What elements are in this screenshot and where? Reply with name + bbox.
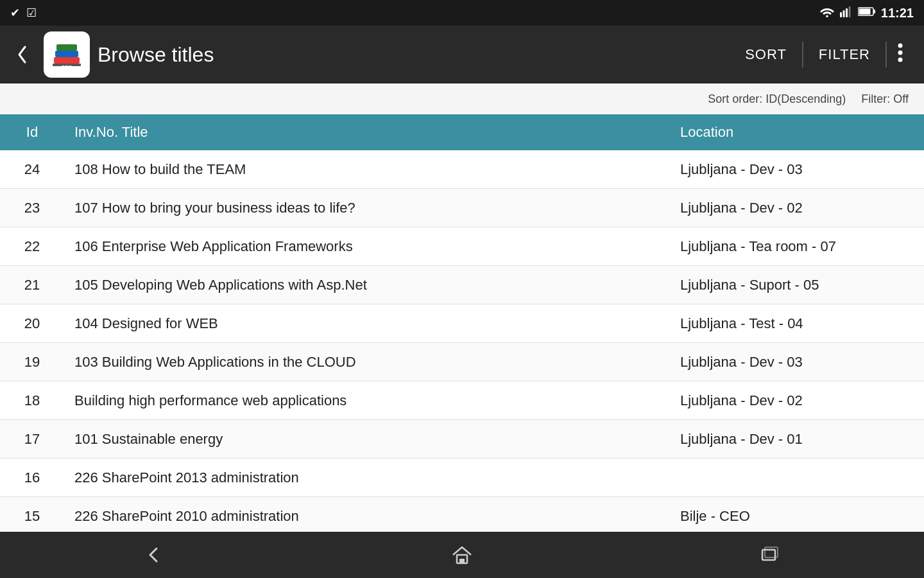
row-id: 16 <box>0 469 64 486</box>
row-id: 22 <box>0 238 64 255</box>
signal-icon <box>840 6 853 21</box>
row-title: 105 Developing Web Applications with Asp… <box>64 277 680 293</box>
back-nav-button[interactable] <box>122 536 186 574</box>
row-id: 24 <box>0 161 64 178</box>
row-title: 226 SharePoint 2013 administration <box>64 469 680 486</box>
time-display: 11:21 <box>881 6 914 21</box>
row-title: Building high performance web applicatio… <box>64 392 680 409</box>
row-location: Ljubljana - Suport - 05 <box>680 277 924 293</box>
filter-button[interactable]: FILTER <box>803 39 886 71</box>
check-circle-icon: ✔ <box>10 6 20 20</box>
status-bar: ✔ ☑ 11:21 <box>0 0 924 26</box>
row-id: 19 <box>0 354 64 371</box>
svg-rect-7 <box>54 57 80 64</box>
sort-button[interactable]: SORT <box>730 39 802 71</box>
table-row[interactable]: 23107 How to bring your business ideas t… <box>0 189 924 227</box>
row-title: 226 SharePoint 2010 administration <box>64 508 680 525</box>
table-row[interactable]: 20104 Designed for WEBLjubljana - Test -… <box>0 304 924 343</box>
overflow-menu-button[interactable] <box>887 33 914 76</box>
row-title: 106 Enterprise Web Application Framework… <box>64 238 680 255</box>
bottom-nav <box>0 532 924 578</box>
recents-nav-button[interactable] <box>738 536 802 574</box>
row-id: 17 <box>0 431 64 448</box>
row-title: 104 Designed for WEB <box>64 315 680 332</box>
svg-rect-6 <box>873 10 875 13</box>
svg-rect-3 <box>848 6 850 17</box>
svg-text:SEG: SEG <box>62 64 73 70</box>
table-content: 24108 How to build the TEAMLjubljana - D… <box>0 150 924 578</box>
svg-rect-9 <box>56 44 77 51</box>
status-bar-right: 11:21 <box>819 6 914 21</box>
row-location: Ljubljana - Tea room - 07 <box>680 238 924 255</box>
wifi-icon <box>819 6 835 21</box>
sort-info: Sort order: ID(Descending) <box>708 92 846 106</box>
svg-point-12 <box>898 43 903 48</box>
svg-point-14 <box>898 57 903 62</box>
table-row[interactable]: 15226 SharePoint 2010 administrationBilj… <box>0 497 924 536</box>
app-bar: SEG Browse titles SORT FILTER <box>0 26 924 83</box>
row-title: 103 Building Web Applications in the CLO… <box>64 354 680 371</box>
row-id: 23 <box>0 200 64 216</box>
svg-rect-5 <box>859 8 870 14</box>
row-title: 108 How to build the TEAM <box>64 161 680 178</box>
table-header: Id Inv.No. Title Location <box>0 114 924 150</box>
svg-rect-1 <box>843 10 844 17</box>
row-location: Ljubljana - Dev - 02 <box>680 200 924 216</box>
row-location: Ljubljana - Dev - 01 <box>680 431 924 448</box>
row-location: Ljubljana - Test - 04 <box>680 315 924 332</box>
svg-rect-0 <box>840 12 842 17</box>
row-location: Ljubljana - Dev - 03 <box>680 354 924 371</box>
row-location: Bilje - CEO <box>680 508 924 525</box>
page-title: Browse titles <box>98 43 722 67</box>
info-bar: Sort order: ID(Descending) Filter: Off <box>0 83 924 114</box>
svg-rect-8 <box>55 51 78 57</box>
toolbar-actions: SORT FILTER <box>730 33 914 76</box>
battery-icon <box>858 6 876 20</box>
row-id: 18 <box>0 392 64 409</box>
row-location: Ljubljana - Dev - 02 <box>680 392 924 409</box>
col-header-location: Location <box>680 124 924 141</box>
back-button[interactable] <box>10 38 36 71</box>
app-icon: SEG <box>44 31 90 78</box>
home-nav-button[interactable] <box>430 536 494 574</box>
table-row[interactable]: 18Building high performance web applicat… <box>0 381 924 420</box>
table-row[interactable]: 19103 Building Web Applications in the C… <box>0 343 924 381</box>
svg-point-13 <box>898 50 903 55</box>
table-row[interactable]: 17101 Sustainable energyLjubljana - Dev … <box>0 420 924 459</box>
col-header-invno-title: Inv.No. Title <box>64 124 680 141</box>
table-row[interactable]: 21105 Developing Web Applications with A… <box>0 266 924 304</box>
row-title: 101 Sustainable energy <box>64 431 680 448</box>
table-row[interactable]: 16226 SharePoint 2013 administration <box>0 459 924 497</box>
filter-info: Filter: Off <box>861 92 909 106</box>
check-square-icon: ☑ <box>26 6 37 20</box>
status-bar-left: ✔ ☑ <box>10 6 37 20</box>
row-title: 107 How to bring your business ideas to … <box>64 200 680 216</box>
row-id: 15 <box>0 508 64 525</box>
table-row[interactable]: 24108 How to build the TEAMLjubljana - D… <box>0 150 924 189</box>
row-id: 21 <box>0 277 64 293</box>
svg-rect-16 <box>459 559 465 563</box>
svg-rect-2 <box>846 8 848 17</box>
row-id: 20 <box>0 315 64 332</box>
row-location: Ljubljana - Dev - 03 <box>680 161 924 178</box>
col-header-id: Id <box>0 124 64 141</box>
table-row[interactable]: 22106 Enterprise Web Application Framewo… <box>0 227 924 266</box>
